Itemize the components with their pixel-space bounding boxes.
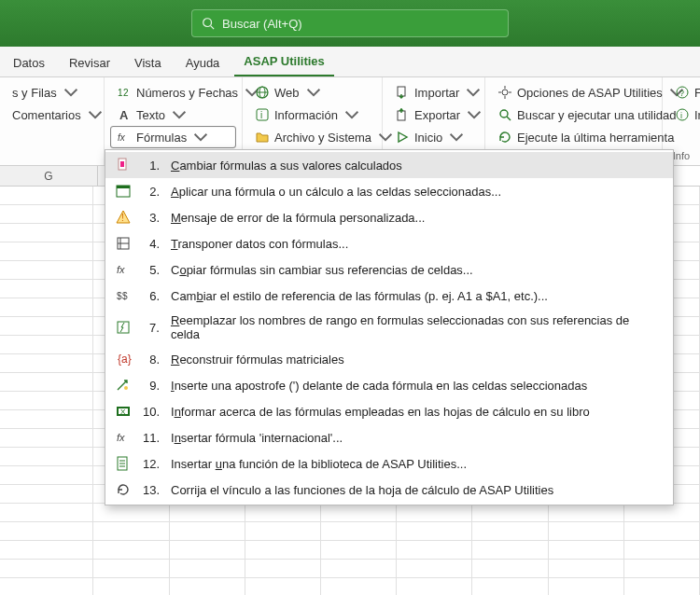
cell[interactable] [0,522,93,541]
cell[interactable] [0,298,93,317]
cell[interactable] [549,578,624,595]
cell[interactable] [624,541,700,560]
cell[interactable] [0,560,93,578]
cell[interactable] [0,205,93,224]
cell[interactable] [0,242,93,261]
cell[interactable] [549,522,624,541]
menu-item-5[interactable]: fx5.Copiar fórmulas sin cambiar sus refe… [105,256,673,283]
cell[interactable] [397,541,472,560]
formulas-button[interactable]: fxFórmulas [110,126,236,148]
menu-item-13[interactable]: 13.Corrija el vínculo a las funciones de… [105,477,673,503]
tab-vista[interactable]: Vista [125,50,171,76]
cell[interactable] [549,504,624,522]
cell[interactable] [472,578,548,595]
rows-filas-button[interactable]: s y Filas [6,81,98,104]
cell[interactable] [397,560,472,578]
cell[interactable] [170,578,245,595]
cell[interactable] [0,261,93,280]
menu-item-8[interactable]: {a}8.Reconstruir fórmulas matriciales [105,346,673,372]
cell[interactable] [245,522,321,541]
numbers-icon: 12 [117,85,132,100]
archivo-sistema-button[interactable]: Archivo y Sistema [248,126,376,148]
cell[interactable] [472,541,548,560]
cell[interactable] [170,560,245,578]
help-f-button[interactable]: ?F [668,81,694,104]
tab-ayuda[interactable]: Ayuda [176,50,230,76]
menu-item-12[interactable]: 12.Insertar una función de la biblioteca… [105,450,673,477]
texto-button[interactable]: ATexto [110,104,236,126]
cell[interactable] [0,187,93,205]
cell[interactable] [397,504,472,522]
cell[interactable] [624,578,700,595]
cell[interactable] [549,560,624,578]
menu-item-number: 13. [143,483,160,497]
cell[interactable] [472,522,548,541]
tab-asap-utilities[interactable]: ASAP Utilities [234,48,333,76]
cell[interactable] [0,485,93,504]
inicio-button[interactable]: Inicio [388,126,479,148]
cell[interactable] [93,541,169,560]
cell[interactable] [0,448,93,466]
menu-item-1[interactable]: 1.Cambiar fórmulas a sus valores calcula… [105,152,673,178]
menu-item-3[interactable]: !3.Mensaje de error de la fórmula person… [105,204,673,230]
menu-item-4[interactable]: 4.Transponer datos con fórmulas... [105,230,673,256]
cell[interactable] [0,336,93,354]
cell[interactable] [624,560,700,578]
cell[interactable] [549,541,624,560]
cell[interactable] [321,541,397,560]
cell[interactable] [624,522,700,541]
cell[interactable] [472,560,548,578]
menu-item-10[interactable]: X10.Informar acerca de las fórmulas empl… [105,398,673,424]
cell[interactable] [0,466,93,485]
tab-revisar[interactable]: Revisar [60,50,119,76]
cell[interactable] [93,578,169,595]
cell[interactable] [170,541,245,560]
cell[interactable] [321,578,397,595]
cell[interactable] [0,392,93,410]
cell[interactable] [93,522,169,541]
cell[interactable] [624,504,700,522]
cell[interactable] [0,504,93,522]
cell[interactable] [472,504,548,522]
menu-item-6[interactable]: $$6.Cambiar el estilo de referencia de l… [105,283,673,309]
comentarios-button[interactable]: Comentarios [6,104,98,126]
cell[interactable] [93,560,169,578]
ejecute-ultima-button[interactable]: Ejecute la última herramienta [491,126,656,148]
cell[interactable] [321,560,397,578]
cell[interactable] [397,578,472,595]
help-ir-button[interactable]: iIr [668,104,694,126]
cell[interactable] [0,224,93,242]
search-box[interactable]: Buscar (Alt+Q) [191,9,509,37]
importar-button[interactable]: Importar [388,81,479,104]
web-button[interactable]: Web [248,81,376,104]
menu-item-9[interactable]: 9.Inserte una apostrofe (') delante de c… [105,372,673,398]
cell[interactable] [321,504,397,522]
cell[interactable] [0,410,93,429]
menu-item-2[interactable]: 2.Aplicar una fórmula o un cálculo a las… [105,178,673,204]
cell[interactable] [170,522,245,541]
buscar-ejecutar-button[interactable]: Buscar y ejecutar una utilidad [491,104,656,126]
cell[interactable] [0,317,93,336]
tab-datos[interactable]: Datos [4,50,54,76]
cell[interactable] [0,429,93,448]
cell[interactable] [0,578,93,595]
cell[interactable] [0,373,93,392]
exportar-button[interactable]: Exportar [388,104,479,126]
cell[interactable] [170,504,245,522]
cell[interactable] [0,280,93,298]
cell[interactable] [321,522,397,541]
menu-item-7[interactable]: 7.Reemplazar los nombres de rango en for… [105,309,673,346]
cell[interactable] [0,354,93,373]
opciones-asap-button[interactable]: Opciones de ASAP Utilities [491,81,656,104]
cell[interactable] [245,578,321,595]
informacion-button[interactable]: iInformación [248,104,376,126]
cell[interactable] [93,504,169,522]
cell[interactable] [245,541,321,560]
cell[interactable] [397,522,472,541]
menu-item-11[interactable]: fx11.Insertar fórmula 'internacional'... [105,424,673,450]
col-header[interactable]: G [0,166,98,186]
cell[interactable] [0,541,93,560]
cell[interactable] [245,560,321,578]
numeros-fechas-button[interactable]: 12Números y Fechas [110,81,236,104]
cell[interactable] [245,504,321,522]
